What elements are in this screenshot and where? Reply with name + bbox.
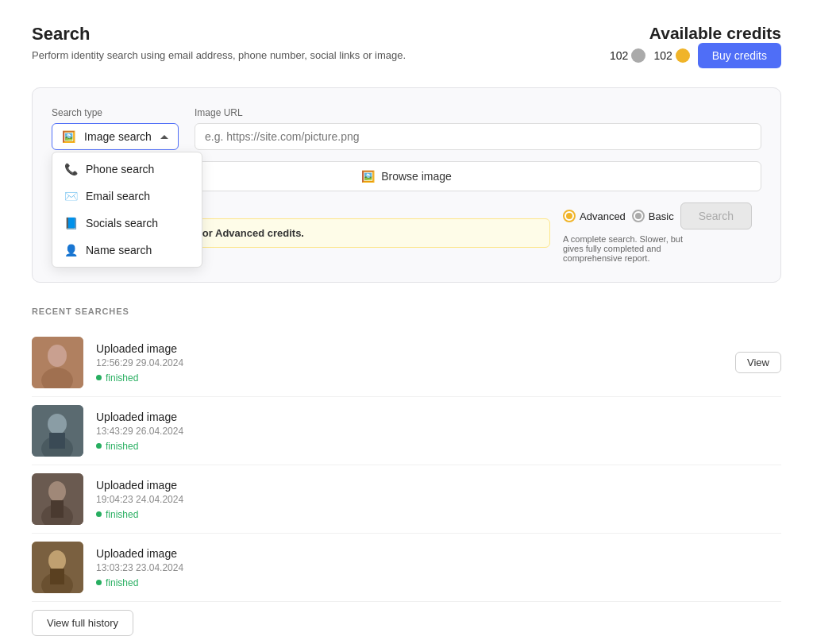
dropdown-item-name[interactable]: 👤 Name search	[52, 237, 202, 264]
status-text: finished	[106, 577, 138, 588]
table-row: Uploaded image 13:03:23 23.04.2024 finis…	[32, 534, 781, 602]
dropdown-item-phone-label: Phone search	[86, 163, 154, 175]
page-title: Search	[32, 24, 406, 44]
browse-image-label: Browse image	[381, 170, 452, 183]
dropdown-item-socials-label: Socials search	[86, 217, 158, 229]
page-description: Perform identity search using email addr…	[32, 49, 406, 61]
dropdown-item-name-label: Name search	[86, 244, 152, 256]
status-text: finished	[106, 441, 138, 452]
header-right: Available credits 102 102 Buy credits	[610, 24, 781, 68]
status-dot-icon	[96, 580, 102, 585]
status-dot-icon	[96, 443, 102, 449]
status-text: finished	[106, 372, 138, 384]
result-title: Uploaded image	[96, 342, 722, 355]
svg-point-1	[48, 345, 67, 367]
search-card: Search type 🖼️ Image search 📞 Phone sear…	[32, 87, 781, 283]
result-date: 12:56:29 29.04.2024	[96, 357, 722, 368]
dropdown-item-email-label: Email search	[86, 190, 150, 202]
gray-credit-icon	[631, 48, 645, 63]
search-type-selected: Image search	[84, 130, 152, 143]
search-button[interactable]: Search	[680, 202, 752, 229]
credits-row: 102 102 Buy credits	[610, 43, 781, 68]
url-group: Image URL	[195, 107, 761, 150]
gray-credit-item: 102	[610, 48, 645, 63]
svg-point-12	[48, 550, 66, 571]
result-info: Uploaded image 19:04:23 24.04.2024 finis…	[96, 479, 781, 520]
result-status: finished	[96, 372, 722, 384]
search-type-dropdown: 📞 Phone search ✉️ Email search 📘 Socials…	[52, 152, 202, 268]
chevron-up-icon	[160, 135, 168, 139]
email-icon: ✉️	[64, 190, 78, 202]
svg-point-8	[48, 481, 66, 502]
result-info: Uploaded image 13:43:29 26.04.2024 finis…	[96, 411, 781, 452]
basic-radio[interactable]	[632, 210, 645, 222]
result-title: Uploaded image	[96, 547, 781, 560]
result-status: finished	[96, 509, 781, 520]
result-thumbnail	[32, 473, 83, 525]
table-row: Uploaded image 13:43:29 26.04.2024 finis…	[32, 397, 781, 465]
buy-credits-button[interactable]: Buy credits	[698, 43, 781, 68]
mode-advanced[interactable]: Advanced	[563, 210, 626, 222]
recent-title: RECENT SEARCHES	[32, 307, 781, 316]
result-status: finished	[96, 577, 781, 588]
result-title: Uploaded image	[96, 479, 781, 492]
search-type-button[interactable]: 🖼️ Image search	[52, 123, 179, 150]
status-text: finished	[106, 509, 138, 520]
gold-credit-value: 102	[653, 49, 672, 62]
result-thumbnail	[32, 405, 83, 457]
basic-label: Basic	[649, 210, 674, 222]
mode-section: Advanced Basic Search A complete search.…	[563, 202, 761, 263]
view-button[interactable]: View	[735, 352, 781, 373]
credits-title: Available credits	[610, 24, 781, 43]
gray-credit-value: 102	[610, 49, 628, 62]
svg-rect-10	[51, 500, 64, 518]
dropdown-item-email[interactable]: ✉️ Email search	[52, 183, 202, 210]
svg-rect-14	[50, 569, 64, 584]
recent-section: RECENT SEARCHES Uploaded image 12:56:29 …	[32, 307, 781, 636]
result-thumbnail	[32, 542, 83, 593]
mode-basic[interactable]: Basic	[632, 210, 674, 222]
dropdown-item-phone[interactable]: 📞 Phone search	[52, 156, 202, 183]
search-type-icon: 🖼️	[62, 130, 75, 143]
result-date: 19:04:23 24.04.2024	[96, 494, 781, 505]
result-thumbnail	[32, 337, 83, 388]
result-info: Uploaded image 13:03:23 23.04.2024 finis…	[96, 547, 781, 588]
mode-group: Advanced Basic Search	[563, 202, 752, 229]
url-input[interactable]	[195, 123, 761, 150]
result-info: Uploaded image 12:56:29 29.04.2024 finis…	[96, 342, 722, 384]
browse-image-icon: 🖼️	[361, 170, 375, 183]
search-type-label: Search type	[52, 107, 179, 118]
search-type-container: 🖼️ Image search 📞 Phone search ✉️ Email …	[52, 123, 179, 150]
table-row: Uploaded image 12:56:29 29.04.2024 finis…	[32, 329, 781, 397]
search-top: Search type 🖼️ Image search 📞 Phone sear…	[52, 107, 761, 150]
result-status: finished	[96, 441, 781, 452]
status-dot-icon	[96, 375, 102, 380]
socials-icon: 📘	[64, 217, 78, 229]
advanced-label: Advanced	[580, 210, 626, 222]
svg-rect-6	[49, 433, 65, 449]
table-row: Uploaded image 19:04:23 24.04.2024 finis…	[32, 465, 781, 534]
name-icon: 👤	[64, 244, 78, 256]
gold-credit-item: 102	[653, 48, 689, 63]
svg-point-4	[48, 414, 67, 434]
gold-credit-icon	[676, 48, 690, 63]
advanced-radio[interactable]	[563, 210, 576, 222]
result-date: 13:43:29 26.04.2024	[96, 426, 781, 437]
page: Search Perform identity search using ema…	[0, 0, 813, 644]
status-dot-icon	[96, 511, 102, 517]
url-label: Image URL	[195, 107, 761, 118]
view-history-button[interactable]: View full history	[32, 610, 133, 636]
result-title: Uploaded image	[96, 411, 781, 423]
search-type-group: Search type 🖼️ Image search 📞 Phone sear…	[52, 107, 179, 150]
phone-icon: 📞	[64, 163, 78, 175]
dropdown-item-socials[interactable]: 📘 Socials search	[52, 210, 202, 237]
mode-description: A complete search. Slower, but gives ful…	[563, 234, 690, 263]
header-left: Search Perform identity search using ema…	[32, 24, 406, 61]
header: Search Perform identity search using ema…	[32, 24, 781, 68]
result-date: 13:03:23 23.04.2024	[96, 562, 781, 573]
